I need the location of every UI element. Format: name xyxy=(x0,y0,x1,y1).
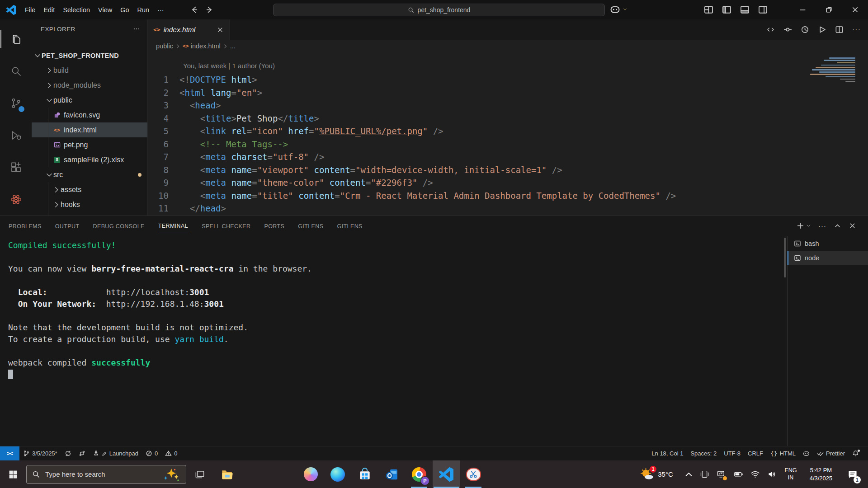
volume-icon[interactable] xyxy=(763,460,780,488)
taskbar-search[interactable]: Type here to search xyxy=(26,465,186,484)
activity-explorer[interactable] xyxy=(0,26,31,52)
status-copilot-status[interactable] xyxy=(799,446,813,460)
tree-item-pet-png[interactable]: pet.png xyxy=(32,137,147,152)
menu-item-go[interactable]: Go xyxy=(116,6,133,14)
split-editor-icon[interactable] xyxy=(835,25,844,34)
menu-item-edit[interactable]: Edit xyxy=(39,6,59,14)
status-indentation[interactable]: Spaces: 2 xyxy=(687,446,720,460)
activity-source-control[interactable] xyxy=(0,90,31,116)
tablet-mode-icon[interactable] xyxy=(696,460,712,488)
menu-item-run[interactable]: Run xyxy=(133,6,154,14)
taskbar-app-vscode[interactable] xyxy=(433,460,460,488)
breadcrumb-folder[interactable]: public xyxy=(156,42,173,50)
language-indicator[interactable]: ENGIN xyxy=(780,467,801,481)
taskbar-app-chrome[interactable]: P xyxy=(406,460,433,488)
clock[interactable]: 5:42 PM4/3/2025 xyxy=(801,466,841,482)
terminal-session-node[interactable]: node xyxy=(788,251,868,265)
panel-tab-ports[interactable]: PORTS xyxy=(264,221,285,232)
battery-icon[interactable] xyxy=(730,460,747,488)
restore-button[interactable] xyxy=(816,0,842,19)
tab-close-icon[interactable] xyxy=(217,26,224,33)
taskbar-app-copilot[interactable] xyxy=(297,460,324,488)
file-history-icon[interactable] xyxy=(801,25,809,34)
panel-tab-problems[interactable]: PROBLEMS xyxy=(8,221,42,232)
activity-extensions[interactable] xyxy=(0,154,31,180)
weather-widget[interactable]: 1 35°C xyxy=(632,460,681,488)
status-git-compare[interactable] xyxy=(75,446,89,460)
tray-overflow-button[interactable] xyxy=(681,460,696,488)
copilot-menu-button[interactable] xyxy=(610,4,627,14)
tree-item-src[interactable]: src xyxy=(32,167,147,182)
tab-index-html[interactable]: <> index.html xyxy=(148,19,230,40)
tree-item-hooks[interactable]: hooks xyxy=(32,197,147,212)
taskbar-app-edge[interactable] xyxy=(324,460,351,488)
toggle-panel-icon[interactable] xyxy=(740,5,750,14)
notification-center-button[interactable]: 1 xyxy=(841,460,864,488)
close-panel-icon[interactable] xyxy=(849,222,856,230)
activity-search[interactable] xyxy=(0,58,31,84)
maximize-panel-icon[interactable] xyxy=(834,222,841,230)
menu-item-view[interactable]: View xyxy=(94,6,116,14)
panel-tab-gitlens[interactable]: GITLENS xyxy=(297,221,324,232)
panel-tab-gitlens[interactable]: GITLENS xyxy=(337,221,363,232)
tree-item-assets[interactable]: assets xyxy=(32,182,147,197)
breadcrumb-symbol[interactable]: ... xyxy=(230,42,236,50)
start-button[interactable] xyxy=(0,460,26,488)
open-changes-icon[interactable] xyxy=(766,25,775,34)
menu-item-file[interactable]: File xyxy=(21,6,39,14)
tree-item-build[interactable]: build xyxy=(32,63,147,78)
panel-tab-terminal[interactable]: TERMINAL xyxy=(158,220,189,232)
terminal-dropdown-icon[interactable] xyxy=(806,223,811,228)
status-gitlens-launchpad[interactable]: Launchpad xyxy=(89,446,142,460)
status-formatter-prettier[interactable]: Prettier xyxy=(813,446,849,460)
panel-tab-spell-checker[interactable]: SPELL CHECKER xyxy=(201,221,251,232)
status-remote-indicator[interactable]: >< xyxy=(0,446,19,460)
panel-more-icon[interactable]: ··· xyxy=(818,222,826,230)
tree-item-favicon-svg[interactable]: favicon.svg xyxy=(32,108,147,122)
panel-tab-debug-console[interactable]: DEBUG CONSOLE xyxy=(92,221,145,232)
tree-root[interactable]: PET_SHOP_FRONTEND xyxy=(32,48,147,63)
tree-item-samplefile-2-xlsx[interactable]: XsampleFile (2).xlsx xyxy=(32,152,147,167)
breadcrumb-file[interactable]: index.html xyxy=(191,42,221,50)
menu-item-selection[interactable]: Selection xyxy=(59,6,94,14)
status-encoding[interactable]: UTF-8 xyxy=(720,446,744,460)
status-errors[interactable]: 0 xyxy=(142,446,161,460)
taskbar-app-snipping[interactable] xyxy=(460,460,487,488)
status-notifications-bell[interactable] xyxy=(849,446,863,460)
menu-item-more[interactable]: ··· xyxy=(153,6,168,14)
terminal-scrollbar[interactable] xyxy=(784,238,786,277)
status-warnings[interactable]: 0 xyxy=(161,446,181,460)
taskbar-app-store[interactable] xyxy=(351,460,378,488)
close-button[interactable] xyxy=(842,0,868,19)
activity-ext-react[interactable] xyxy=(0,186,31,212)
file-explorer-button[interactable] xyxy=(213,460,241,488)
activity-run-debug[interactable] xyxy=(0,122,31,148)
status-language-mode[interactable]: {}HTML xyxy=(767,446,799,460)
code-editor[interactable]: You, last week | 1 author (You) 1<!DOCTY… xyxy=(148,52,868,235)
terminal-session-bash[interactable]: bash xyxy=(788,236,868,251)
new-terminal-icon[interactable] xyxy=(797,222,804,230)
taskbar-app-outlook[interactable] xyxy=(378,460,406,488)
status-git-branch[interactable]: 3/5/2025* xyxy=(19,446,61,460)
minimap[interactable] xyxy=(805,57,855,82)
command-center-search[interactable]: pet_shop_frontend xyxy=(273,4,605,16)
more-actions-icon[interactable]: ··· xyxy=(852,26,861,34)
status-cursor-position[interactable]: Ln 18, Col 1 xyxy=(648,446,687,460)
display-sync-icon[interactable] xyxy=(712,460,730,488)
tree-item-index-html[interactable]: <>index.html xyxy=(32,122,147,137)
status-git-sync[interactable] xyxy=(61,446,75,460)
wifi-icon[interactable] xyxy=(747,460,763,488)
back-arrow-icon[interactable] xyxy=(190,5,198,14)
toggle-secondary-sidebar-icon[interactable] xyxy=(758,5,768,14)
forward-arrow-icon[interactable] xyxy=(205,5,214,14)
run-code-icon[interactable] xyxy=(818,25,826,34)
tree-item-public[interactable]: public xyxy=(32,93,147,108)
toggle-sidebar-icon[interactable] xyxy=(722,5,731,14)
commit-graph-icon[interactable] xyxy=(783,25,792,34)
task-view-button[interactable] xyxy=(186,460,213,488)
customize-layout-icon[interactable] xyxy=(704,5,713,14)
panel-tab-output[interactable]: OUTPUT xyxy=(55,221,80,232)
minimize-button[interactable] xyxy=(789,0,816,19)
tree-item-node-modules[interactable]: node_modules xyxy=(32,78,147,93)
breadcrumb[interactable]: public <> index.html ... xyxy=(148,40,868,52)
